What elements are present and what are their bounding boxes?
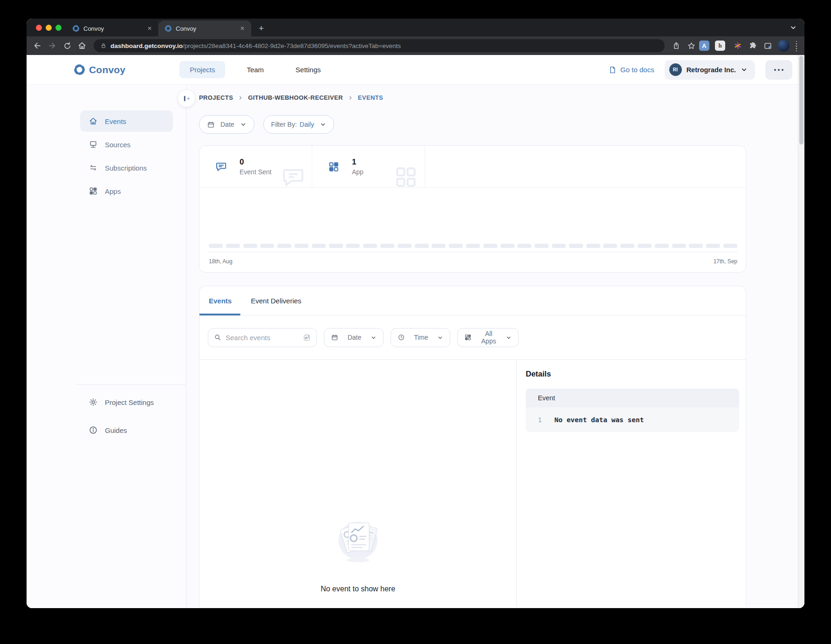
- chart-bar: [552, 244, 566, 248]
- go-to-docs-link[interactable]: Go to docs: [608, 66, 654, 74]
- minimize-window-button[interactable]: [46, 25, 52, 31]
- gear-icon: [89, 397, 98, 407]
- browser-menu-icon[interactable]: ⋮⋮⋮: [792, 42, 801, 49]
- sidebar-item-events[interactable]: Events: [80, 110, 173, 132]
- convoy-logo[interactable]: Convoy: [73, 63, 125, 76]
- chevron-down-icon: [741, 66, 748, 73]
- breadcrumb-projects[interactable]: PROJECTS: [199, 94, 233, 101]
- search-events-input[interactable]: [226, 334, 299, 342]
- chart-bars: [209, 244, 737, 248]
- chart-bar: [295, 244, 309, 248]
- chart-bar: [517, 244, 531, 248]
- chart-bar: [655, 244, 669, 248]
- event-column-header: Event: [526, 389, 739, 407]
- url-path: /projects/28ea8341-4c46-4802-9d2e-73de87…: [183, 42, 401, 49]
- side-panel-icon[interactable]: [761, 39, 775, 53]
- chevron-right-icon: [238, 95, 243, 101]
- tab-title: Convoy: [83, 25, 142, 32]
- tab-events[interactable]: Events: [209, 297, 232, 305]
- chart-bar: [466, 244, 480, 248]
- url-bar[interactable]: dashboard.getconvoy.io/projects/28ea8341…: [94, 39, 665, 52]
- close-tab-icon[interactable]: ✕: [238, 24, 247, 33]
- chevron-down-icon: [320, 121, 326, 128]
- sidebar-item-guides[interactable]: Guides: [80, 419, 173, 441]
- apps-label: App: [352, 168, 364, 176]
- chart-axis: [209, 252, 737, 252]
- tab-event-deliveries[interactable]: Event Deliveries: [251, 297, 301, 305]
- search-events-box[interactable]: [208, 328, 317, 347]
- chevron-down-icon: [437, 335, 443, 341]
- home-icon[interactable]: [75, 39, 89, 53]
- breadcrumb: PROJECTS GITHUB-WEBHOOK-RECEIVER EVENTS: [199, 94, 804, 101]
- main-content: PROJECTS GITHUB-WEBHOOK-RECEIVER EVENTS …: [186, 85, 804, 608]
- sidebar-footer: Project Settings Guides: [27, 384, 186, 441]
- chart-bar: [243, 244, 257, 248]
- browser-tab-2-active[interactable]: Convoy ✕: [159, 21, 251, 36]
- browser-tab-1[interactable]: Convoy ✕: [67, 21, 159, 36]
- org-switcher-button[interactable]: RI Retrograde Inc.: [665, 60, 755, 80]
- apps-value: 1: [352, 158, 364, 167]
- sidebar-item-apps[interactable]: Apps: [80, 180, 173, 202]
- chart-bar: [415, 244, 429, 248]
- translate-extension-icon[interactable]: A: [699, 41, 709, 51]
- events-sent-label: Event Sent: [240, 168, 272, 176]
- scrollbar-thumb[interactable]: [799, 56, 804, 144]
- calendar-icon: [207, 121, 215, 129]
- events-chart: 18th, Aug 17th, Sep: [199, 188, 746, 272]
- new-tab-button[interactable]: +: [256, 23, 267, 34]
- browser-window: Convoy ✕ Convoy ✕ + dashboard.getconvoy.…: [27, 19, 804, 608]
- convoy-favicon: [72, 25, 80, 32]
- lock-icon[interactable]: [100, 42, 107, 49]
- extensions-puzzle-icon[interactable]: [746, 39, 760, 53]
- chart-bar: [689, 244, 703, 248]
- document-icon: [608, 66, 617, 74]
- window-controls: [36, 25, 62, 31]
- page-scrollbar[interactable]: [798, 55, 804, 608]
- filter-by-dropdown[interactable]: Filter By: Daily: [263, 115, 334, 134]
- apps-grid-icon: [89, 186, 98, 196]
- events-apps-filter[interactable]: All Apps: [457, 328, 519, 347]
- reload-icon[interactable]: [60, 39, 74, 53]
- events-time-filter[interactable]: Time: [391, 328, 450, 347]
- browser-profile-avatar[interactable]: [777, 40, 790, 52]
- search-icon: [214, 334, 221, 341]
- asterisk-extension-icon[interactable]: [731, 39, 745, 53]
- details-title: Details: [526, 370, 739, 378]
- zoom-window-button[interactable]: [55, 25, 62, 31]
- chart-bar: [346, 244, 360, 248]
- more-options-button[interactable]: [765, 60, 792, 80]
- share-icon[interactable]: [669, 39, 683, 53]
- chart-bar: [569, 244, 583, 248]
- browser-toolbar: dashboard.getconvoy.io/projects/28ea8341…: [27, 36, 804, 55]
- bookmark-star-icon[interactable]: [684, 39, 698, 53]
- close-window-button[interactable]: [36, 25, 42, 31]
- sidebar-item-subscriptions[interactable]: Subscriptions: [80, 157, 173, 178]
- events-date-filter[interactable]: Date: [324, 328, 384, 347]
- nav-projects[interactable]: Projects: [179, 61, 225, 78]
- message-ghost-icon: [280, 164, 306, 187]
- tab-search-chevron-icon[interactable]: [790, 24, 797, 33]
- chart-end-label: 17th, Sep: [714, 258, 737, 265]
- sidebar-item-sources[interactable]: Sources: [80, 134, 173, 155]
- h-extension-icon[interactable]: h: [715, 41, 725, 51]
- org-name: Retrograde Inc.: [687, 66, 736, 74]
- nav-team[interactable]: Team: [236, 61, 274, 78]
- event-data-row: 1 No event data was sent: [526, 407, 739, 432]
- sidebar-item-project-settings[interactable]: Project Settings: [80, 391, 173, 413]
- chart-bar: [226, 244, 240, 248]
- breadcrumb-project-name[interactable]: GITHUB-WEBHOOK-RECEIVER: [248, 94, 343, 101]
- breadcrumb-events[interactable]: EVENTS: [358, 94, 383, 101]
- chart-bar: [535, 244, 549, 248]
- filter-by-value: Daily: [300, 121, 314, 128]
- nav-settings[interactable]: Settings: [285, 61, 331, 78]
- chart-bar: [209, 244, 223, 248]
- date-range-filter[interactable]: Date: [199, 115, 254, 134]
- close-tab-icon[interactable]: ✕: [145, 24, 154, 33]
- chart-bar: [277, 244, 291, 248]
- forward-icon[interactable]: [45, 39, 59, 53]
- stat-events-sent: 0 Event Sent: [199, 146, 312, 187]
- back-icon[interactable]: [30, 39, 44, 53]
- collapse-sidebar-button[interactable]: [178, 89, 195, 107]
- enter-return-icon: [303, 334, 311, 342]
- chart-bar: [449, 244, 463, 248]
